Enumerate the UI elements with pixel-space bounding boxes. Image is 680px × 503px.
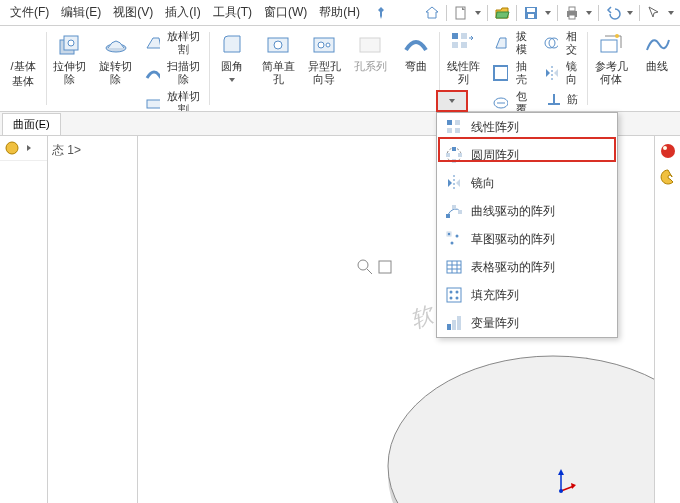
modify-stack: 拔模 抽壳 包覆	[486, 26, 536, 111]
svg-rect-43	[452, 147, 456, 151]
undo-dropdown[interactable]	[625, 8, 635, 18]
svg-rect-44	[458, 153, 462, 157]
fillet-button[interactable]: 圆角	[209, 26, 255, 111]
separator	[516, 5, 517, 21]
svg-rect-20	[452, 42, 458, 48]
menu-edit[interactable]: 编辑(E)	[55, 4, 107, 21]
fillet-dropdown[interactable]	[227, 75, 237, 85]
label: 旋转切 除	[99, 60, 132, 86]
print-icon[interactable]	[562, 3, 582, 23]
appearance-icon[interactable]	[659, 142, 677, 160]
pin-icon[interactable]	[374, 6, 388, 20]
svg-rect-2	[527, 8, 535, 12]
label: 放样切割	[164, 90, 202, 112]
svg-point-51	[456, 235, 459, 238]
tree-node[interactable]: 态 1>	[52, 142, 133, 159]
shell-button[interactable]: 抽壳	[492, 60, 530, 86]
svg-point-28	[6, 142, 18, 154]
label: 孔系列	[354, 60, 387, 73]
menu-view[interactable]: 视图(V)	[107, 4, 159, 21]
label: 拉伸切 除	[53, 60, 86, 86]
view-orient-icon[interactable]	[376, 258, 394, 276]
cursor-dropdown[interactable]	[666, 8, 676, 18]
new-file-icon[interactable]	[451, 3, 471, 23]
popup-curve-driven[interactable]: 曲线驱动的阵列	[437, 197, 617, 225]
print-dropdown[interactable]	[584, 8, 594, 18]
popup-circular-pattern[interactable]: 圆周阵列	[437, 141, 617, 169]
task-pane	[654, 136, 680, 503]
popup-sketch-driven[interactable]: 草图驱动的阵列	[437, 225, 617, 253]
menu-tools[interactable]: 工具(T)	[207, 4, 258, 21]
zoom-fit-icon[interactable]	[356, 258, 374, 276]
popup-mirror[interactable]: 镜向	[437, 169, 617, 197]
popup-variable-pattern[interactable]: 变量阵列	[437, 309, 617, 337]
mirror-button[interactable]: 镜向	[543, 60, 581, 86]
bend-button[interactable]: 弯曲	[393, 26, 439, 111]
extrude-cut-button[interactable]: 拉伸切 除	[47, 26, 93, 111]
svg-rect-47	[446, 214, 450, 218]
label: 线性阵列	[471, 119, 519, 136]
menu-insert[interactable]: 插入(I)	[159, 4, 206, 21]
label: 拔模	[512, 30, 531, 56]
save-dropdown[interactable]	[543, 8, 553, 18]
palette-icon[interactable]	[659, 168, 677, 186]
disc-part	[383, 336, 654, 503]
cursor-icon[interactable]	[644, 3, 664, 23]
menu-window[interactable]: 窗口(W)	[258, 4, 313, 21]
label: 弯曲	[405, 60, 427, 73]
undo-icon[interactable]	[603, 3, 623, 23]
label: 线性阵 列	[447, 60, 480, 86]
chevron-right-icon	[24, 143, 34, 153]
home-icon[interactable]	[422, 3, 442, 23]
origin-triad	[546, 466, 576, 496]
rib-button[interactable]: 筋	[545, 90, 578, 108]
popup-linear-pattern[interactable]: 线性阵列	[437, 113, 617, 141]
intersect-button[interactable]: 相交	[543, 30, 581, 56]
quick-access-toolbar	[422, 3, 676, 23]
popup-fill-pattern[interactable]: 填充阵列	[437, 281, 617, 309]
view-toolbar	[356, 258, 394, 276]
save-icon[interactable]	[521, 3, 541, 23]
new-file-dropdown[interactable]	[473, 8, 483, 18]
svg-point-29	[358, 260, 368, 270]
menu-help[interactable]: 帮助(H)	[313, 4, 366, 21]
svg-rect-3	[528, 14, 534, 18]
feature-manager-tabs	[0, 136, 48, 503]
svg-rect-18	[452, 33, 458, 39]
popup-table-driven[interactable]: 表格驱动的阵列	[437, 253, 617, 281]
simple-hole-button[interactable]: 简单直 孔	[255, 26, 301, 111]
label: 简单直 孔	[262, 60, 295, 86]
svg-rect-21	[461, 42, 467, 48]
label: 表格驱动的阵列	[471, 259, 555, 276]
label: 变量阵列	[471, 315, 519, 332]
modify-stack2: 相交 镜向 筋	[537, 26, 587, 111]
pattern-popup-menu: 线性阵列 圆周阵列 镜向 曲线驱动的阵列 草图驱动的阵列 表格驱动的阵列 填充阵…	[436, 112, 618, 338]
draft-button[interactable]: 拔模	[492, 30, 530, 56]
curve-button[interactable]: 曲线	[634, 26, 680, 111]
label: 筋	[567, 93, 578, 106]
fm-tab1[interactable]	[0, 136, 47, 161]
svg-rect-38	[447, 120, 452, 125]
label: 参考几 何体	[595, 60, 628, 86]
svg-rect-19	[461, 33, 467, 39]
revolve-cut-button[interactable]: 旋转切 除	[93, 26, 139, 111]
open-file-icon[interactable]	[492, 3, 512, 23]
svg-rect-45	[446, 153, 450, 157]
menu-bar: 文件(F) 编辑(E) 视图(V) 插入(I) 工具(T) 窗口(W) 帮助(H…	[0, 0, 680, 26]
svg-rect-40	[447, 128, 452, 133]
menu-file[interactable]: 文件(F)	[4, 4, 55, 21]
svg-rect-60	[447, 324, 451, 330]
sweep-cut-button[interactable]: 扫描切除	[145, 60, 203, 86]
loft-cut2-button[interactable]: 放样切割	[145, 90, 203, 112]
separator	[487, 5, 488, 21]
svg-point-36	[661, 144, 675, 158]
pattern-split-button[interactable]	[436, 90, 468, 112]
loft-cut-button[interactable]: 放样切割	[145, 30, 203, 56]
hole-wizard-button[interactable]: 异型孔 向导	[301, 26, 347, 111]
separator	[557, 5, 558, 21]
hole-series-button[interactable]: 孔系列	[347, 26, 393, 111]
feature-tree[interactable]: 态 1>	[48, 136, 138, 503]
tab-surface[interactable]: 曲面(E)	[2, 113, 61, 135]
wrap-button[interactable]: 包覆	[492, 90, 530, 112]
ref-geometry-button[interactable]: 参考几 何体	[588, 26, 634, 111]
